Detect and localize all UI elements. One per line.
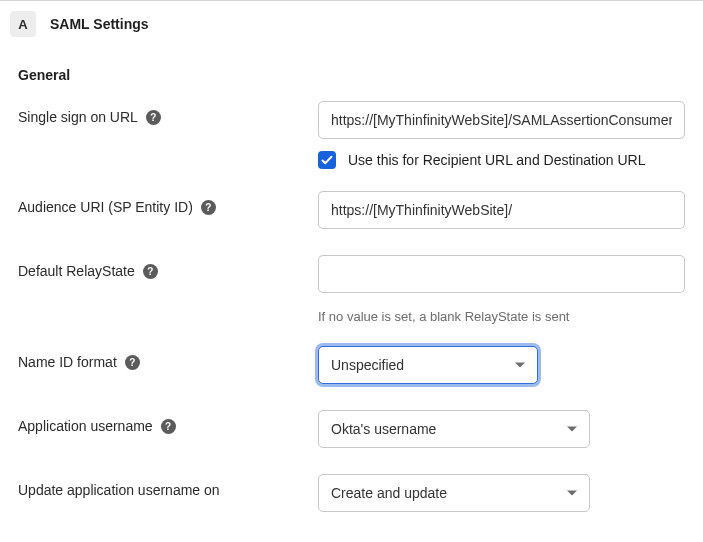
help-icon[interactable]: ? [201, 200, 216, 215]
help-icon[interactable]: ? [143, 264, 158, 279]
field-name-id-format: Unspecified [318, 346, 685, 384]
name-id-format-selected: Unspecified [331, 357, 404, 373]
row-audience-uri: Audience URI (SP Entity ID) ? [18, 191, 685, 233]
row-update-username-on: Update application username on Create an… [18, 474, 685, 516]
row-default-relaystate: Default RelayState ? If no value is set,… [18, 255, 685, 324]
general-heading: General [18, 67, 685, 83]
section-title: SAML Settings [50, 16, 149, 32]
form-content: General Single sign on URL ? Use this fo… [0, 47, 703, 538]
saml-settings-header: A SAML Settings [0, 0, 703, 47]
sso-url-checkbox-label: Use this for Recipient URL and Destinati… [348, 152, 646, 168]
application-username-select[interactable]: Okta's username [318, 410, 590, 448]
step-badge: A [10, 11, 36, 37]
help-icon[interactable]: ? [125, 355, 140, 370]
default-relaystate-input[interactable] [318, 255, 685, 293]
label-default-relaystate: Default RelayState ? [18, 255, 318, 279]
field-application-username: Okta's username [318, 410, 685, 448]
label-update-username-on: Update application username on [18, 474, 318, 498]
application-username-selected: Okta's username [331, 421, 436, 437]
audience-uri-input[interactable] [318, 191, 685, 229]
label-text-application-username: Application username [18, 418, 153, 434]
label-name-id-format: Name ID format ? [18, 346, 318, 370]
sso-url-checkbox-line: Use this for Recipient URL and Destinati… [318, 151, 685, 169]
field-default-relaystate: If no value is set, a blank RelayState i… [318, 255, 685, 324]
label-audience-uri: Audience URI (SP Entity ID) ? [18, 191, 318, 215]
name-id-format-select[interactable]: Unspecified [318, 346, 538, 384]
chevron-down-icon [515, 363, 525, 368]
check-icon [321, 154, 333, 166]
update-username-on-selected: Create and update [331, 485, 447, 501]
update-username-on-select[interactable]: Create and update [318, 474, 590, 512]
label-text-default-relaystate: Default RelayState [18, 263, 135, 279]
default-relaystate-helper: If no value is set, a blank RelayState i… [318, 309, 685, 324]
field-sso-url: Use this for Recipient URL and Destinati… [318, 101, 685, 169]
row-application-username: Application username ? Okta's username [18, 410, 685, 452]
row-sso-url: Single sign on URL ? Use this for Recipi… [18, 101, 685, 169]
label-text-audience-uri: Audience URI (SP Entity ID) [18, 199, 193, 215]
field-audience-uri [318, 191, 685, 229]
sso-url-input[interactable] [318, 101, 685, 139]
row-name-id-format: Name ID format ? Unspecified [18, 346, 685, 388]
label-text-sso-url: Single sign on URL [18, 109, 138, 125]
label-sso-url: Single sign on URL ? [18, 101, 318, 125]
help-icon[interactable]: ? [146, 110, 161, 125]
label-text-update-username-on: Update application username on [18, 482, 220, 498]
chevron-down-icon [567, 427, 577, 432]
label-application-username: Application username ? [18, 410, 318, 434]
label-text-name-id-format: Name ID format [18, 354, 117, 370]
sso-url-checkbox[interactable] [318, 151, 336, 169]
help-icon[interactable]: ? [161, 419, 176, 434]
field-update-username-on: Create and update [318, 474, 685, 512]
chevron-down-icon [567, 491, 577, 496]
